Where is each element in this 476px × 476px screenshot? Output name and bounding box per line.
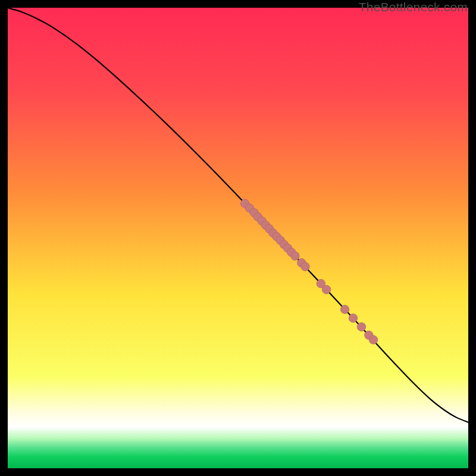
data-point — [349, 314, 357, 322]
data-point — [357, 322, 365, 331]
chart-svg — [8, 8, 468, 468]
data-point — [340, 305, 349, 314]
chart-frame — [8, 8, 468, 468]
data-point — [369, 336, 377, 344]
chart-canvas — [8, 8, 468, 468]
gradient-background — [8, 8, 468, 468]
data-point — [301, 262, 309, 271]
data-point — [322, 285, 330, 293]
data-point — [291, 252, 299, 260]
watermark-text: TheBottleneck.com — [359, 0, 468, 14]
